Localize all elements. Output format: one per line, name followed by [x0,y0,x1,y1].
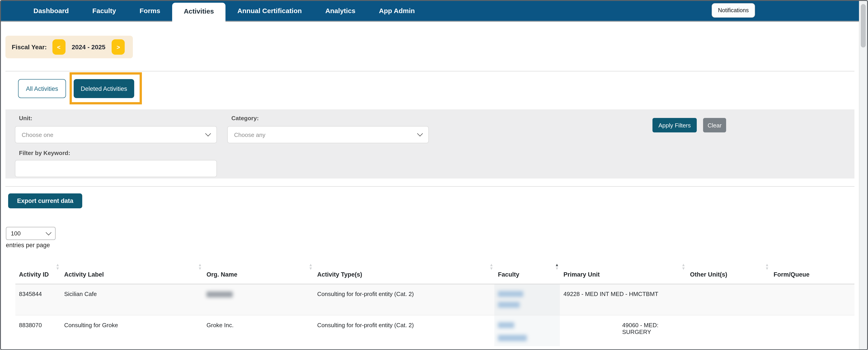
fiscal-year-panel: Fiscal Year: < 2024 - 2025 > [5,36,133,58]
app-window: Dashboard Faculty Forms Activities Annua… [0,0,868,350]
cell-activity-types: Consulting for for-profit entity (Cat. 2… [314,315,494,346]
fiscal-year-next-button[interactable]: > [112,39,125,55]
page-size-value: 100 [11,230,21,237]
tab-deleted-activities[interactable]: Deleted Activities [74,79,134,98]
unit-filter-label: Unit: [19,115,32,122]
sort-icon: ▲▼ [56,263,60,270]
redacted-org-name [207,291,233,297]
sort-ascending-icon: ▲▼ [555,263,559,270]
column-header-activity-id[interactable]: Activity ID ▲▼ [16,252,61,284]
redacted-faculty-link[interactable] [498,335,527,341]
sort-icon: ▲▼ [489,263,493,270]
chevron-down-icon [45,229,51,235]
unit-select-value: Choose one [22,131,53,138]
sort-icon: ▲▼ [765,263,769,270]
nav-item-app-admin[interactable]: App Admin [367,1,427,21]
tab-all-activities[interactable]: All Activities [18,79,66,98]
cell-primary-unit: 49060 - MED: SURGERY [560,315,686,346]
table-row: 8345844 Sicilian Cafe Consulting for for… [16,284,855,315]
cell-activity-types: Consulting for for-profit entity (Cat. 2… [314,284,494,315]
vertical-scrollbar[interactable] [859,1,867,349]
cell-org-name-redacted [203,284,314,315]
keyword-input[interactable] [15,160,217,177]
nav-item-activities-active[interactable]: Activities [172,3,225,24]
cell-form-queue [770,284,855,315]
cell-other-units [686,284,770,315]
nav-item-forms[interactable]: Forms [128,1,172,21]
notifications-button[interactable]: Notifications [712,3,755,18]
nav-item-annual-certification[interactable]: Annual Certification [226,1,314,21]
fiscal-year-prev-button[interactable]: < [52,39,65,55]
cell-activity-label: Sicilian Cafe [61,284,203,315]
sort-icon: ▲▼ [681,263,685,270]
browser-page: Dashboard Faculty Forms Activities Annua… [0,0,868,350]
filter-panel: Unit: Choose one Category: Choose any Ap… [5,109,855,179]
keyword-filter-label: Filter by Keyword: [19,150,70,156]
page-size-select[interactable]: 100 [6,227,56,240]
chevron-down-icon [205,131,211,136]
redacted-faculty-link[interactable] [498,291,523,297]
cell-form-queue [770,315,855,346]
sort-icon: ▲▼ [198,263,202,270]
export-current-data-button[interactable]: Export current data [8,193,82,208]
nav-item-faculty[interactable]: Faculty [81,1,128,21]
redacted-faculty-link[interactable] [498,322,514,328]
fiscal-year-label: Fiscal Year: [12,43,47,51]
table-header-row: Activity ID ▲▼ Activity Label ▲▼ Org. Na… [16,252,855,284]
nav-item-analytics[interactable]: Analytics [314,1,367,21]
unit-select[interactable]: Choose one [15,126,217,143]
table-row: 8838070 Consulting for Groke Groke Inc. … [16,315,855,346]
column-header-other-units[interactable]: Other Unit(s) ▲▼ [686,252,770,284]
divider [5,71,855,71]
column-header-activity-label[interactable]: Activity Label ▲▼ [61,252,203,284]
chevron-down-icon [417,131,423,136]
column-header-primary-unit[interactable]: Primary Unit ▲▼ [560,252,686,284]
cell-activity-id: 8838070 [16,315,61,346]
scrollbar-thumb[interactable] [861,4,866,47]
fiscal-year-value: 2024 - 2025 [72,43,105,51]
cell-org-name: Groke Inc. [203,315,314,346]
activities-table: Activity ID ▲▼ Activity Label ▲▼ Org. Na… [16,252,855,346]
cell-faculty-redacted [494,315,560,346]
category-select[interactable]: Choose any [227,126,429,143]
clear-filters-button[interactable]: Clear [703,118,726,132]
cell-activity-label: Consulting for Groke [61,315,203,346]
divider [5,186,855,187]
cell-other-units [686,315,770,346]
cell-primary-unit: 49228 - MED INT MED - HMCTBMT [560,284,686,315]
nav-item-dashboard[interactable]: Dashboard [22,1,81,21]
column-header-form-queue[interactable]: Form/Queue [770,252,855,284]
cell-activity-id: 8345844 [16,284,61,315]
apply-filters-button[interactable]: Apply Filters [652,118,697,132]
column-header-activity-types[interactable]: Activity Type(s) ▲▼ [314,252,494,284]
redacted-faculty-link[interactable] [498,302,520,308]
sort-icon: ▲▼ [309,263,313,270]
category-filter-label: Category: [231,115,259,122]
column-header-org-name[interactable]: Org. Name ▲▼ [203,252,314,284]
category-select-value: Choose any [234,131,266,138]
entries-per-page-label: entries per page [6,242,50,249]
column-header-faculty-sorted-asc[interactable]: Faculty ▲▼ [494,252,560,284]
cell-faculty-redacted [494,284,560,315]
